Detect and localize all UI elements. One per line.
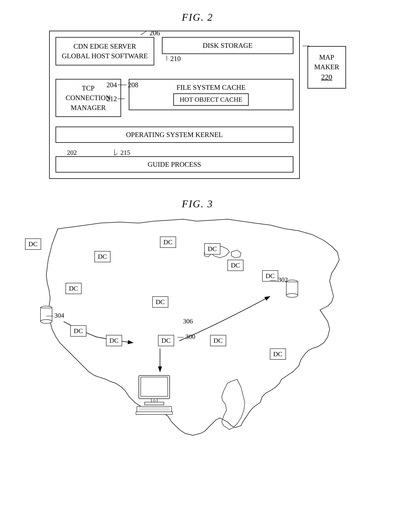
label-304: — 304 [46, 312, 64, 319]
os-kernel-label: OPERATING SYSTEM KERNEL [126, 131, 223, 139]
label-300: — 300 [177, 333, 196, 340]
cdn-line1: CDN EDGE SERVER [73, 42, 136, 50]
dc-box-8: DC [152, 296, 168, 308]
hot-object-cache-label: HOT OBJECT CACHE [180, 96, 242, 103]
map-maker-box: MAP MAKER 220 [307, 46, 346, 89]
fig2-section: FIG. 2 CDN EDGE SERVER GLOBAL HOST SOFTW… [15, 11, 380, 179]
dc-box-1: DC [25, 239, 41, 250]
dc-box-5: DC [227, 260, 243, 271]
dc-box-10: DC [106, 335, 122, 346]
map-label-220: 220 [321, 73, 332, 81]
svg-line-0 [141, 31, 147, 35]
os-kernel-box: OPERATING SYSTEM KERNEL [55, 127, 293, 143]
fig2-main-box: CDN EDGE SERVER GLOBAL HOST SOFTWARE 206 [49, 31, 300, 179]
label-215: 215 [121, 149, 130, 156]
fig2-row2: TCP CONNECTION MANAGER 208 [55, 79, 293, 117]
dc-box-13: DC [270, 348, 286, 360]
fig2-title: FIG. 2 [182, 11, 213, 23]
labels-204-212: 204 212 [107, 81, 126, 103]
fig2-wrapper: CDN EDGE SERVER GLOBAL HOST SOFTWARE 206 [49, 31, 346, 179]
dc-box-300: DC [158, 335, 174, 346]
labels-202-215: 202 215 [67, 149, 130, 156]
file-system-cache-box: FILE SYSTEM CACHE HOT OBJECT CACHE [129, 79, 293, 110]
map-maker-wrapper: — MAP MAKER 220 [307, 46, 346, 89]
guide-process-box: GUIDE PROCESS [55, 156, 293, 173]
fig2-row1: CDN EDGE SERVER GLOBAL HOST SOFTWARE 206 [55, 37, 293, 65]
dc-box-7: DC [66, 283, 82, 294]
dash-200: — [303, 41, 310, 49]
dc-box-3: DC [160, 237, 176, 248]
label-206: 206 [141, 29, 160, 37]
disk-storage-box: DISK STORAGE [162, 37, 293, 54]
fig2-row3: OPERATING SYSTEM KERNEL [55, 127, 293, 143]
fig3-section: FIG. 3 [15, 198, 380, 445]
map-label-line1: MAP [319, 53, 334, 61]
fig3-title: FIG. 3 [182, 198, 213, 210]
guide-process-label: GUIDE PROCESS [148, 161, 201, 168]
hot-object-cache-box: HOT OBJECT CACHE [173, 93, 249, 106]
computer-icon [135, 374, 174, 417]
svg-rect-21 [136, 412, 173, 414]
cdn-edge-server-box: CDN EDGE SERVER GLOBAL HOST SOFTWARE [55, 37, 154, 65]
svg-rect-17 [145, 402, 164, 405]
svg-rect-18 [137, 406, 172, 412]
dc-box-12: DC [210, 335, 226, 346]
file-system-cache-label: FILE SYSTEM CACHE [176, 84, 245, 91]
label-302: — 302 [270, 276, 288, 283]
dc-box-4: DC [204, 243, 220, 255]
label-202: 202 [67, 149, 77, 156]
fig3-map-area: DC DC DC DC DC DC DC DC DC DC DC DC DC [19, 213, 376, 445]
disk-storage-label: DISK STORAGE [203, 42, 252, 49]
dc-box-2: DC [94, 251, 110, 262]
svg-point-13 [286, 293, 298, 297]
dc-box-9: DC [70, 325, 86, 336]
svg-point-10 [40, 319, 52, 323]
page: FIG. 2 CDN EDGE SERVER GLOBAL HOST SOFTW… [0, 0, 395, 532]
map-label-line2: MAKER [314, 63, 339, 71]
fig2-row4: GUIDE PROCESS [55, 156, 293, 173]
label-212: 212 [107, 95, 117, 103]
cdn-line2: GLOBAL HOST SOFTWARE [62, 52, 148, 60]
svg-rect-15 [141, 377, 168, 396]
svg-line-6 [115, 153, 117, 155]
label-306: 306 [183, 318, 193, 325]
label-210: 210 [164, 55, 181, 63]
label-204: 204 [107, 81, 117, 89]
